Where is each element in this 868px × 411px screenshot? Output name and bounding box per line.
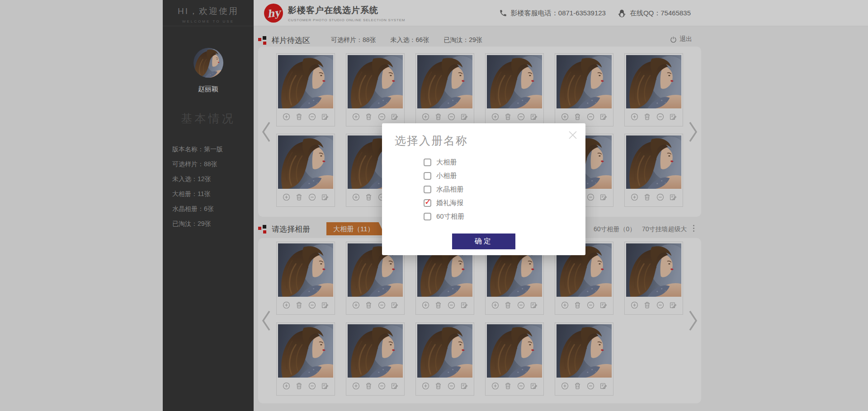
album-option[interactable]: 60寸相册 [424, 210, 464, 223]
checkbox-checked[interactable]: ✓ [424, 199, 431, 207]
checkbox-unchecked[interactable] [424, 159, 431, 166]
checkbox-unchecked[interactable] [424, 213, 431, 220]
album-option-label: 大相册 [436, 158, 457, 167]
check-icon: ✓ [425, 198, 431, 206]
album-name-dialog: 选择入册名称 大相册小相册水晶相册✓婚礼海报60寸相册 确定 [382, 123, 585, 255]
checkbox-unchecked[interactable] [424, 172, 431, 180]
close-icon[interactable] [567, 130, 578, 140]
album-option-label: 60寸相册 [436, 212, 464, 221]
album-option[interactable]: 水晶相册 [424, 182, 464, 196]
dialog-title: 选择入册名称 [395, 133, 468, 148]
confirm-button[interactable]: 确定 [452, 234, 515, 249]
album-option[interactable]: ✓婚礼海报 [424, 196, 464, 210]
album-option-label: 水晶相册 [436, 185, 463, 194]
album-option-label: 小相册 [436, 172, 457, 180]
album-option[interactable]: 大相册 [424, 155, 464, 169]
album-option-list: 大相册小相册水晶相册✓婚礼海报60寸相册 [424, 155, 464, 223]
album-option-label: 婚礼海报 [436, 199, 463, 207]
checkbox-unchecked[interactable] [424, 186, 431, 193]
album-option[interactable]: 小相册 [424, 169, 464, 182]
